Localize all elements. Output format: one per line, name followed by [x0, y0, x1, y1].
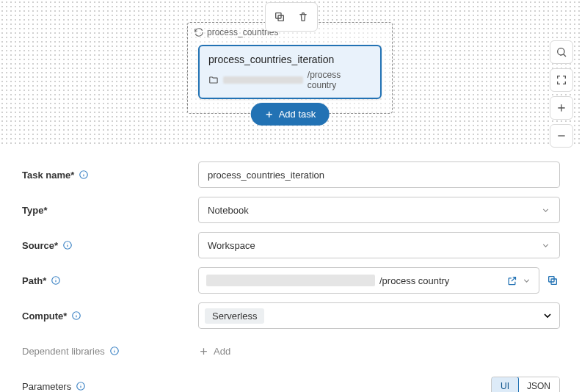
task-node-path: /process country: [208, 70, 371, 90]
copy-button[interactable]: [269, 6, 291, 28]
search-button[interactable]: [550, 40, 573, 64]
path-suffix: /process country: [379, 275, 449, 286]
chevron-down-icon: [541, 241, 550, 250]
toggle-ui[interactable]: UI: [491, 377, 519, 392]
redacted-path: [223, 76, 303, 84]
parameters-label: Parameters: [22, 381, 198, 392]
search-icon: [556, 46, 567, 58]
add-library-button[interactable]: Add: [198, 346, 230, 357]
zoom-in-button[interactable]: [550, 96, 573, 120]
source-value: Workspace: [208, 240, 255, 251]
type-label: Type*: [22, 205, 198, 216]
type-value: Notebook: [208, 205, 249, 216]
task-node-title: process_countries_iteration: [208, 54, 371, 65]
loop-container[interactable]: process_countries process_countries_iter…: [187, 22, 393, 114]
zoom-controls: [550, 40, 573, 148]
info-icon[interactable]: [79, 170, 89, 180]
open-external-icon[interactable]: [506, 275, 517, 286]
task-node-path-suffix: /process country: [308, 70, 371, 90]
plus-icon: [556, 102, 567, 114]
fullscreen-icon: [556, 74, 567, 86]
loop-icon: [194, 27, 204, 37]
info-icon[interactable]: [51, 275, 61, 286]
info-icon[interactable]: [76, 381, 86, 391]
minus-icon: [556, 130, 567, 142]
info-icon[interactable]: [62, 240, 73, 250]
type-select[interactable]: Notebook: [198, 197, 560, 223]
add-task-label: Add task: [279, 109, 316, 120]
chevron-down-icon: [541, 206, 550, 215]
path-label: Path*: [22, 275, 198, 286]
param-view-toggle: UI JSON: [491, 377, 560, 392]
delete-button[interactable]: [292, 6, 314, 28]
source-select[interactable]: Workspace: [198, 232, 560, 258]
redacted-path: [206, 275, 375, 286]
copy-path-button[interactable]: [545, 273, 560, 288]
toggle-json[interactable]: JSON: [518, 377, 559, 392]
path-input[interactable]: /process country: [198, 267, 539, 294]
fullscreen-button[interactable]: [550, 68, 573, 92]
add-task-button[interactable]: Add task: [251, 103, 330, 126]
info-icon[interactable]: [71, 311, 81, 321]
chevron-down-icon[interactable]: [522, 276, 531, 286]
node-toolbar: [265, 2, 318, 32]
folder-icon: [208, 75, 219, 85]
compute-label: Compute*: [22, 311, 198, 322]
task-node[interactable]: process_countries_iteration /process cou…: [198, 45, 382, 99]
task-name-label: Task name*: [22, 170, 198, 181]
graph-canvas[interactable]: process_countries process_countries_iter…: [0, 0, 582, 147]
svg-point-2: [558, 48, 564, 55]
compute-chip: Serverless: [205, 308, 264, 324]
zoom-out-button[interactable]: [550, 124, 573, 148]
plus-icon: [264, 109, 274, 120]
chevron-down-icon: [542, 310, 553, 322]
add-label: Add: [214, 346, 230, 357]
source-label: Source*: [22, 240, 198, 251]
task-name-input[interactable]: [198, 161, 560, 188]
task-form: Task name* Type* Notebook Source* Worksp…: [0, 147, 582, 392]
dep-libs-label: Dependent libraries: [22, 346, 198, 357]
compute-select[interactable]: Serverless: [198, 302, 560, 329]
plus-icon: [198, 346, 209, 357]
info-icon[interactable]: [109, 346, 120, 356]
